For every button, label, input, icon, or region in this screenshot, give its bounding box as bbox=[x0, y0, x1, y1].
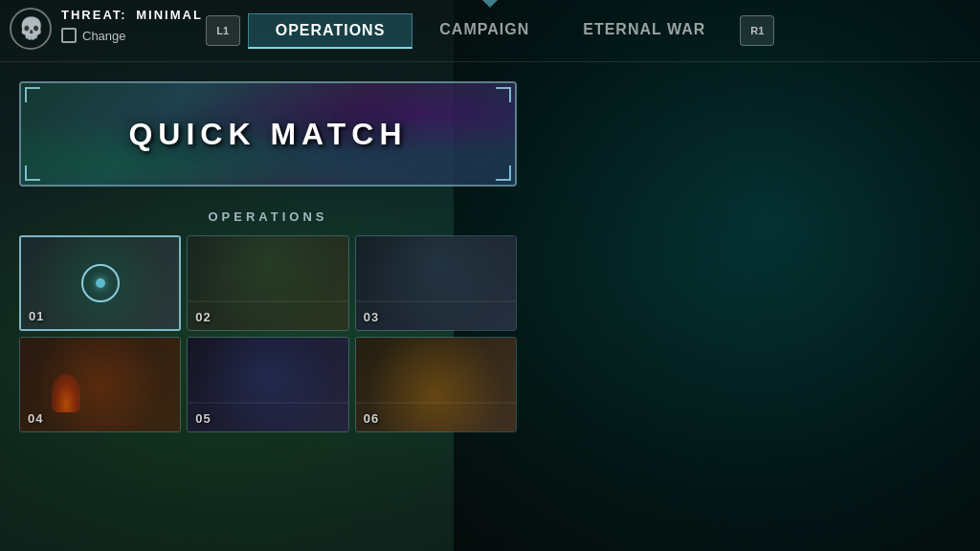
tab-campaign[interactable]: Campaign bbox=[412, 13, 556, 48]
operations-section: OPERATIONS 01 02 03 bbox=[19, 209, 517, 432]
skull-icon: 💀 bbox=[10, 8, 52, 50]
op-05-background bbox=[188, 338, 347, 431]
threat-level: MINIMAL bbox=[136, 8, 203, 22]
op-01-number: 01 bbox=[29, 309, 44, 323]
operation-tile-06[interactable]: 06 bbox=[355, 337, 517, 432]
op-02-number: 02 bbox=[195, 310, 211, 324]
scene-line bbox=[188, 402, 347, 404]
threat-info: THREAT: MINIMAL Change bbox=[61, 8, 203, 43]
op-02-background bbox=[188, 236, 347, 330]
change-label: Change bbox=[82, 29, 126, 43]
op-05-number: 05 bbox=[195, 411, 211, 426]
threat-label: THREAT: MINIMAL bbox=[61, 8, 203, 22]
operation-tile-03[interactable]: 03 bbox=[355, 235, 517, 331]
main-content: QUICK MATCH OPERATIONS 01 02 bbox=[0, 62, 517, 452]
operation-tile-05[interactable]: 05 bbox=[187, 337, 348, 432]
fire-effect bbox=[52, 374, 80, 412]
scene-line bbox=[356, 402, 516, 404]
scene-line bbox=[188, 300, 347, 302]
quick-match-label: QUICK MATCH bbox=[21, 83, 515, 185]
quick-match-button[interactable]: QUICK MATCH bbox=[19, 81, 517, 187]
op-04-background bbox=[20, 338, 180, 431]
operation-tile-01[interactable]: 01 bbox=[19, 235, 181, 331]
tab-indicator bbox=[482, 0, 498, 8]
threat-prefix: THREAT: bbox=[61, 8, 127, 22]
change-button[interactable]: Change bbox=[61, 28, 203, 43]
operations-grid: 01 02 03 04 bbox=[19, 235, 517, 432]
tab-navigation: L1 Operations Campaign Eternal War R1 bbox=[198, 13, 783, 49]
op-04-number: 04 bbox=[28, 411, 43, 426]
tab-operations[interactable]: Operations bbox=[248, 13, 413, 49]
tab-eternal-war[interactable]: Eternal War bbox=[556, 13, 732, 48]
top-navigation: 💀 THREAT: MINIMAL Change L1 Operations C… bbox=[0, 0, 980, 62]
op-06-background bbox=[356, 338, 516, 431]
l1-button[interactable]: L1 bbox=[206, 15, 240, 46]
op-03-number: 03 bbox=[364, 310, 379, 324]
op-03-background bbox=[356, 236, 516, 330]
r1-button[interactable]: R1 bbox=[740, 15, 774, 46]
operations-title: OPERATIONS bbox=[19, 209, 517, 224]
op-06-number: 06 bbox=[364, 411, 379, 426]
content-wrapper: 💀 THREAT: MINIMAL Change L1 Operations C… bbox=[0, 0, 980, 551]
threat-section: 💀 THREAT: MINIMAL Change bbox=[10, 8, 203, 50]
square-icon bbox=[61, 28, 77, 43]
active-indicator bbox=[81, 264, 120, 302]
operation-tile-02[interactable]: 02 bbox=[187, 235, 348, 331]
scene-line bbox=[356, 300, 516, 302]
operation-tile-04[interactable]: 04 bbox=[19, 337, 181, 432]
